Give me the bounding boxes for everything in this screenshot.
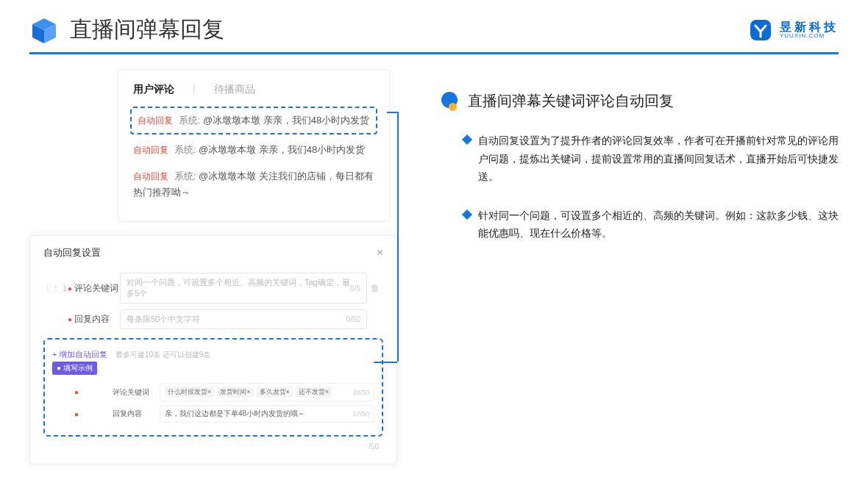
auto-reply-tag: 自动回复: [133, 171, 168, 182]
comments-panel: 用户评论 | 待播商品 自动回复 系统: @冰墩墩本墩 亲亲，我们48小时内发货…: [118, 69, 390, 222]
keyword-tag[interactable]: 什么时候发货×: [165, 387, 214, 398]
bullet-text: 自动回复设置为了提升作者的评论回复效率，作者可在开播前针对常见的评论用户问题，提…: [478, 132, 839, 186]
connector-line: [387, 112, 397, 113]
comment-text: @冰墩墩本墩 关注我们的店铺，每日都有热门推荐呦～: [133, 171, 374, 198]
right-column: 直播间弹幕关键词评论自动回复 自动回复设置为了提升作者的评论回复效率，作者可在开…: [441, 69, 839, 464]
example-badge: ● 填写示例: [52, 362, 97, 375]
drag-handle[interactable]: ⋮⋮ 1: [43, 284, 65, 293]
ex-keyword-input[interactable]: 什么时候发货× 发货时间× 多久发货× 还不发货× 20/50: [160, 383, 374, 401]
system-prefix: 系统:: [179, 115, 201, 126]
diamond-icon: [462, 209, 472, 219]
example-block: + 增加自动回复 最多可建10条 还可以创建9条 ● 填写示例 ● 评论关键词 …: [43, 338, 383, 437]
example-content-row: ● 回复内容 亲，我们这边都是下单48小时内发货的哦～ 37/50: [52, 405, 374, 423]
main-content: 用户评论 | 待播商品 自动回复 系统: @冰墩墩本墩 亲亲，我们48小时内发货…: [0, 69, 868, 464]
comment-row: 自动回复 系统: @冰墩墩本墩 亲亲，我们48小时内发货: [133, 139, 374, 161]
add-sub-text: 最多可建10条 还可以创建9条: [115, 351, 210, 359]
example-keyword-row: ● 评论关键词 什么时候发货× 发货时间× 多久发货× 还不发货× 20/50: [52, 383, 374, 401]
auto-reply-settings-modal: 自动回复设置 × ⋮⋮ 1 ● 评论关键词 对同一个问题，可设置多个相近、高频的…: [29, 235, 397, 464]
delete-icon[interactable]: 🗑: [367, 283, 383, 293]
keyword-tag[interactable]: 还不发货×: [296, 387, 332, 398]
comment-row-highlighted: 自动回复 系统: @冰墩墩本墩 亲亲，我们48小时内发货: [130, 107, 377, 134]
system-prefix: 系统:: [174, 171, 196, 182]
comment-text: @冰墩墩本墩 亲亲，我们48小时内发货: [199, 144, 365, 155]
keyword-label: 评论关键词: [74, 282, 120, 295]
comment-tabs: 用户评论 | 待播商品: [133, 83, 374, 96]
tab-separator: |: [193, 83, 196, 96]
bullet-text: 针对同一个问题，可设置多个相近的、高频的关键词。例如：这款多少钱、这块能优惠吗、…: [478, 207, 839, 243]
keyword-tag[interactable]: 发货时间×: [217, 387, 253, 398]
ex-content-label: 回复内容: [113, 409, 160, 419]
bubble-icon: [441, 92, 460, 111]
keyword-tag[interactable]: 多久发货×: [257, 387, 293, 398]
page-header: 直播间弹幕回复 昱新科技 YUUXIN.COM: [0, 0, 868, 52]
keyword-form-row: ⋮⋮ 1 ● 评论关键词 对同一个问题，可设置多个相近、高频的关键词，Tag确定…: [43, 273, 383, 304]
required-dot: ●: [65, 315, 74, 323]
auto-reply-tag: 自动回复: [138, 115, 173, 126]
required-dot: ●: [65, 284, 74, 293]
ex-kw-counter: 20/50: [352, 389, 369, 396]
diamond-icon: [462, 134, 472, 145]
comment-row: 自动回复 系统: @冰墩墩本墩 关注我们的店铺，每日都有热门推荐呦～: [133, 165, 374, 204]
auto-reply-tag: 自动回复: [133, 145, 168, 155]
left-column: 用户评论 | 待播商品 自动回复 系统: @冰墩墩本墩 亲亲，我们48小时内发货…: [29, 69, 405, 464]
content-label: 回复内容: [74, 313, 120, 326]
header-divider: [29, 52, 839, 54]
brand-icon: [747, 17, 774, 43]
ex-keyword-label: 评论关键词: [113, 387, 160, 398]
keyword-counter: 0/5: [350, 284, 360, 293]
brand-name: 昱新科技: [780, 21, 839, 33]
section-title: 直播间弹幕关键词评论自动回复: [468, 91, 674, 111]
close-icon[interactable]: ×: [377, 246, 383, 259]
content-input[interactable]: 每条限50个中文字符 0/50: [120, 309, 367, 329]
brand-logo: 昱新科技 YUUXIN.COM: [747, 17, 839, 43]
tab-user-comments[interactable]: 用户评论: [133, 83, 174, 96]
bottom-counter: /50: [43, 442, 383, 451]
tab-products[interactable]: 待播商品: [214, 83, 255, 96]
content-counter: 0/50: [346, 315, 360, 323]
bullet-item: 针对同一个问题，可设置多个相近的、高频的关键词。例如：这款多少钱、这块能优惠吗、…: [441, 207, 839, 243]
ex-content-counter: 37/50: [352, 410, 369, 417]
section-header: 直播间弹幕关键词评论自动回复: [441, 91, 839, 111]
bullet-item: 自动回复设置为了提升作者的评论回复效率，作者可在开播前针对常见的评论用户问题，提…: [441, 132, 839, 186]
settings-title: 自动回复设置: [43, 246, 101, 259]
content-form-row: ● 回复内容 每条限50个中文字符 0/50: [43, 309, 383, 329]
ex-content-input[interactable]: 亲，我们这边都是下单48小时内发货的哦～ 37/50: [160, 405, 374, 423]
keyword-input[interactable]: 对同一个问题，可设置多个相近、高频的关键词，Tag确定，最多5个 0/5: [120, 273, 367, 304]
comment-text: @冰墩墩本墩 亲亲，我们48小时内发货: [203, 115, 369, 126]
page-title: 直播间弹幕回复: [70, 15, 747, 45]
system-prefix: 系统:: [174, 144, 196, 155]
add-auto-reply-link[interactable]: + 增加自动回复: [52, 350, 107, 359]
connector-line: [397, 112, 399, 362]
brand-sub: YUUXIN.COM: [780, 33, 839, 39]
cube-icon: [29, 15, 59, 45]
